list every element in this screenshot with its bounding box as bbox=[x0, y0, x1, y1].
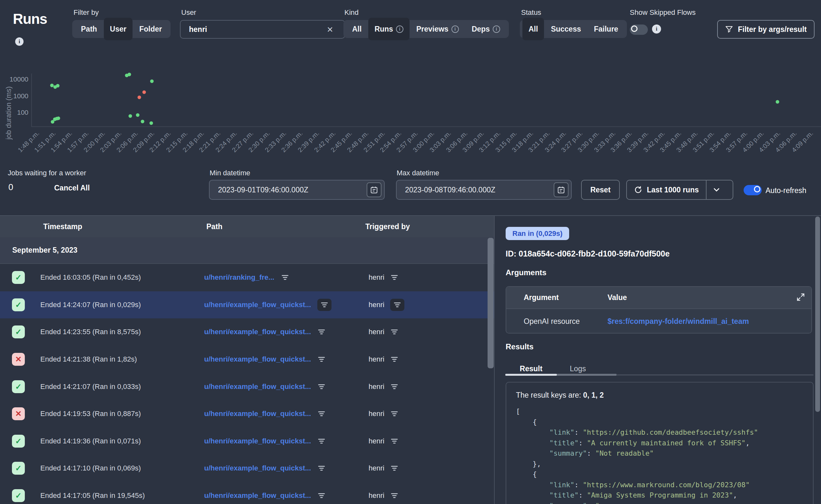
info-icon: i bbox=[493, 25, 500, 33]
run-path-link[interactable]: u/henri/example_flow_quickst... bbox=[204, 355, 311, 363]
table-row[interactable]: ✕Ended 14:19:53 (Ran in 0,887s)u/henri/e… bbox=[0, 400, 494, 428]
table-row[interactable]: ✕Ended 14:21:38 (Ran in 1,82s)u/henri/ex… bbox=[0, 346, 494, 373]
runs-count-dropdown[interactable] bbox=[707, 180, 727, 199]
success-run-dot[interactable] bbox=[136, 113, 139, 117]
user-input[interactable] bbox=[180, 20, 345, 39]
filter-icon[interactable] bbox=[390, 492, 398, 499]
filter-icon[interactable] bbox=[317, 299, 331, 311]
kind-all[interactable]: All bbox=[346, 20, 367, 38]
skipped-flows-label: Show Skipped Flows bbox=[630, 8, 696, 17]
cancel-all-button[interactable]: Cancel All bbox=[54, 184, 90, 192]
run-timestamp: Ended 14:17:10 (Ran in 0,069s) bbox=[40, 464, 141, 472]
max-datetime-input[interactable] bbox=[396, 180, 572, 200]
filter-icon[interactable] bbox=[390, 410, 398, 417]
success-run-dot[interactable] bbox=[56, 84, 59, 88]
status-success[interactable]: Success bbox=[545, 20, 587, 38]
table-row[interactable]: ✓Ended 14:17:10 (Ran in 0,069s)u/henri/e… bbox=[0, 455, 494, 482]
run-path-link[interactable]: u/henri/example_flow_quickst... bbox=[204, 491, 311, 500]
skipped-flows-toggle[interactable] bbox=[630, 24, 648, 35]
reset-button[interactable]: Reset bbox=[581, 180, 620, 200]
min-datetime-input[interactable] bbox=[209, 180, 385, 200]
code-line: { bbox=[516, 417, 812, 428]
status-failure[interactable]: Failure bbox=[588, 20, 624, 38]
table-row[interactable]: ✓Ended 14:19:36 (Ran in 0,071s)u/henri/e… bbox=[0, 428, 494, 455]
success-run-dot[interactable] bbox=[776, 100, 779, 104]
filter-icon[interactable] bbox=[317, 465, 326, 472]
code-line: [ bbox=[516, 406, 812, 417]
filter-icon[interactable] bbox=[390, 299, 404, 311]
success-icon: ✓ bbox=[12, 435, 25, 448]
table-row[interactable]: ✓Ended 14:17:05 (Ran in 19,545s)u/henri/… bbox=[0, 482, 494, 504]
run-path-link[interactable]: u/henri/example_flow_quickst... bbox=[204, 410, 311, 418]
table-row[interactable]: ✓Ended 16:03:05 (Ran in 0,452s)u/henri/r… bbox=[0, 264, 494, 291]
toggle-knob bbox=[754, 186, 760, 192]
status-all[interactable]: All bbox=[523, 18, 544, 40]
filter-icon[interactable] bbox=[390, 465, 398, 472]
panel-scrollbar[interactable] bbox=[815, 217, 820, 412]
arguments-table-header: Argument Value bbox=[506, 287, 811, 308]
table-row[interactable]: ✓Ended 14:24:07 (Ran in 0,029s)u/henri/e… bbox=[0, 291, 494, 319]
clear-user-icon[interactable]: × bbox=[327, 24, 333, 34]
filter-icon[interactable] bbox=[317, 356, 326, 363]
filter-icon[interactable] bbox=[317, 383, 326, 390]
success-icon: ✓ bbox=[12, 298, 25, 311]
run-path-link[interactable]: u/henri/example_flow_quickst... bbox=[204, 301, 311, 309]
run-user: henri bbox=[368, 437, 384, 445]
filter-icon[interactable] bbox=[317, 410, 326, 417]
run-path-link[interactable]: u/henri/example_flow_quickst... bbox=[204, 383, 311, 391]
auto-refresh-toggle[interactable] bbox=[744, 185, 762, 195]
tab-logs[interactable]: Logs bbox=[557, 363, 599, 374]
filter-icon[interactable] bbox=[390, 438, 398, 445]
status-segmented: All Success Failure bbox=[520, 20, 627, 38]
run-path-link[interactable]: u/henri/example_flow_quickst... bbox=[204, 437, 311, 445]
failure-run-dot[interactable] bbox=[137, 96, 141, 99]
refresh-runs-button[interactable]: Last 1000 runs bbox=[627, 180, 706, 199]
filter-by-user[interactable]: User bbox=[104, 18, 132, 40]
expand-icon[interactable] bbox=[796, 292, 806, 302]
filter-icon[interactable] bbox=[390, 383, 398, 390]
arguments-table-row: OpenAI resource $res:f/company-folder/wi… bbox=[506, 308, 811, 333]
success-run-dot[interactable] bbox=[129, 114, 132, 118]
runs-info-icon[interactable]: i bbox=[15, 37, 24, 46]
tab-result[interactable]: Result bbox=[505, 363, 557, 374]
info-icon: i bbox=[396, 25, 403, 33]
filter-by-path[interactable]: Path bbox=[75, 20, 103, 38]
filter-icon[interactable] bbox=[390, 356, 398, 363]
refresh-icon bbox=[634, 186, 642, 194]
table-scrollbar[interactable] bbox=[488, 238, 494, 368]
run-path-link[interactable]: u/henri/example_flow_quickst... bbox=[204, 328, 311, 336]
runs-page: Runs i Filter by Path User Folder User ×… bbox=[0, 0, 821, 504]
job-duration-chart: job duration (ms) 1000010001001:48 p.m.1… bbox=[0, 45, 821, 168]
table-row[interactable]: ✓Ended 14:21:07 (Ran in 0,033s)u/henri/e… bbox=[0, 373, 494, 400]
success-run-dot[interactable] bbox=[141, 120, 144, 123]
run-timestamp: Ended 14:24:07 (Ran in 0,029s) bbox=[40, 301, 141, 309]
kind-deps[interactable]: Depsi bbox=[466, 20, 506, 38]
run-path-link[interactable]: u/henri/example_flow_quickst... bbox=[204, 464, 311, 472]
run-path-link[interactable]: u/henri/ranking_fre... bbox=[204, 273, 274, 282]
table-header: Timestamp Path Triggered by bbox=[0, 216, 494, 237]
toggle-knob bbox=[631, 25, 638, 32]
kind-runs[interactable]: Runsi bbox=[368, 18, 409, 40]
resource-link[interactable]: $res:f/company-folder/windmill_ai_team bbox=[608, 309, 749, 334]
kind-previews[interactable]: Previewsi bbox=[410, 20, 465, 38]
filter-icon[interactable] bbox=[317, 492, 326, 499]
failure-run-dot[interactable] bbox=[142, 91, 146, 94]
filter-by-segmented: Path User Folder bbox=[72, 20, 171, 38]
skipped-info-icon[interactable]: i bbox=[652, 24, 661, 34]
min-calendar-button[interactable] bbox=[366, 182, 381, 197]
filter-args-button[interactable]: Filter by args/result bbox=[717, 20, 815, 39]
runs-table: Timestamp Path Triggered by September 5,… bbox=[0, 216, 494, 504]
filter-icon[interactable] bbox=[390, 274, 398, 281]
filter-icon[interactable] bbox=[317, 438, 326, 445]
success-run-dot[interactable] bbox=[150, 121, 153, 125]
filter-by-folder[interactable]: Folder bbox=[133, 20, 168, 38]
page-title: Runs bbox=[13, 11, 47, 27]
success-run-dot[interactable] bbox=[128, 73, 131, 76]
filter-icon[interactable] bbox=[390, 328, 398, 335]
filter-icon[interactable] bbox=[281, 274, 289, 281]
filter-icon[interactable] bbox=[317, 328, 326, 335]
success-run-dot[interactable] bbox=[57, 116, 60, 120]
table-row[interactable]: ✓Ended 14:23:55 (Ran in 8,575s)u/henri/e… bbox=[0, 318, 494, 346]
max-calendar-button[interactable] bbox=[554, 182, 569, 197]
success-run-dot[interactable] bbox=[150, 79, 153, 83]
